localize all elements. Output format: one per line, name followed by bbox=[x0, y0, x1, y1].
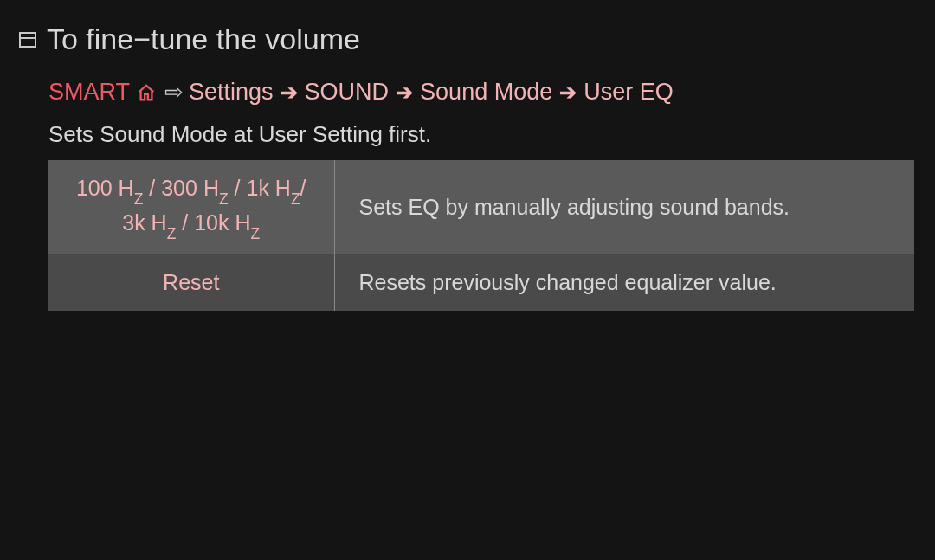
reset-label-cell: Reset bbox=[48, 254, 334, 312]
reset-desc: Resets previously changed equalizer valu… bbox=[334, 254, 914, 312]
sep: / bbox=[143, 176, 161, 200]
band-3k: 3k H bbox=[122, 210, 166, 235]
eq-settings-table: 100 HZ / 300 HZ / 1k HZ/ 3k HZ / 10k HZ … bbox=[48, 160, 914, 311]
breadcrumb-item: Sound Mode bbox=[420, 79, 552, 106]
intro-text: Sets Sound Mode at User Setting first. bbox=[48, 121, 916, 148]
band-10k: 10k H bbox=[194, 210, 250, 235]
eq-bands-desc: Sets EQ by manually adjusting sound band… bbox=[334, 160, 914, 254]
band-300: 300 H bbox=[161, 176, 219, 200]
arrow-icon: ➔ bbox=[559, 80, 577, 105]
arrow-icon: ⇨ bbox=[164, 79, 184, 106]
table-row: Reset Resets previously changed equalize… bbox=[48, 254, 914, 312]
page-title: To fine−tune the volume bbox=[47, 23, 360, 56]
manual-section-icon bbox=[19, 32, 36, 48]
hz-sub: Z bbox=[251, 225, 261, 242]
hz-sub: Z bbox=[291, 190, 300, 208]
eq-bands-cell: 100 HZ / 300 HZ / 1k HZ/ 3k HZ / 10k HZ bbox=[48, 160, 334, 254]
breadcrumb-smart: SMART bbox=[48, 79, 130, 106]
hz-sub: Z bbox=[134, 190, 144, 208]
hz-sub: Z bbox=[219, 190, 229, 208]
band-100: 100 H bbox=[76, 176, 134, 200]
sep: / bbox=[176, 210, 194, 235]
breadcrumb-item: SOUND bbox=[305, 79, 390, 106]
arrow-icon: ➔ bbox=[280, 80, 298, 105]
hz-sub: Z bbox=[167, 225, 177, 242]
page-title-row: To fine−tune the volume bbox=[19, 23, 916, 56]
breadcrumb: SMART ⇨ Settings ➔ SOUND ➔ Sound Mode ➔ … bbox=[48, 79, 916, 106]
sep: / bbox=[300, 176, 306, 200]
home-icon bbox=[137, 83, 156, 102]
arrow-icon: ➔ bbox=[396, 80, 413, 105]
table-row: 100 HZ / 300 HZ / 1k HZ/ 3k HZ / 10k HZ … bbox=[48, 160, 914, 254]
breadcrumb-item: User EQ bbox=[584, 79, 674, 106]
band-1k: 1k H bbox=[246, 176, 290, 200]
breadcrumb-item: Settings bbox=[189, 79, 274, 106]
sep: / bbox=[229, 176, 247, 200]
